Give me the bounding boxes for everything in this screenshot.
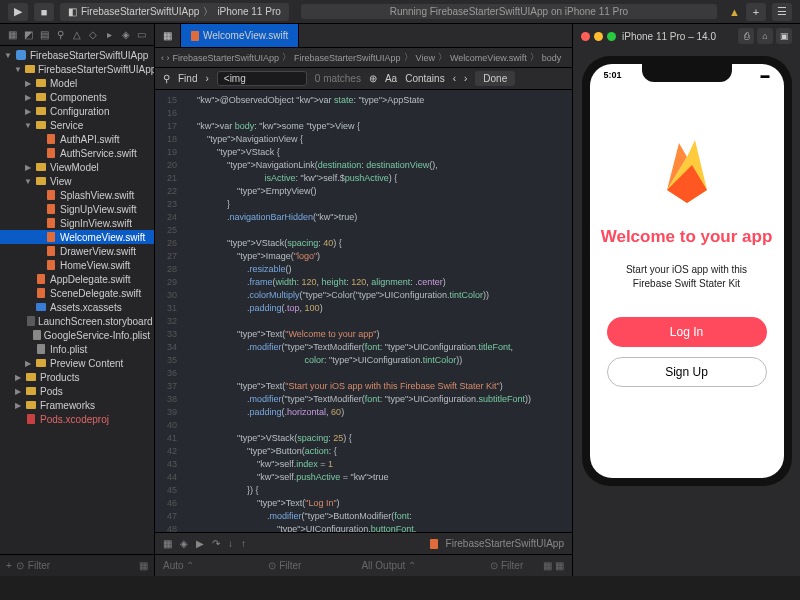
tree-item[interactable]: HomeView.swift <box>0 258 154 272</box>
tree-item[interactable]: ▶ViewModel <box>0 160 154 174</box>
editor-tabs: ▦ WelcomeView.swift <box>155 24 572 48</box>
test-nav-icon[interactable]: ◇ <box>86 28 100 42</box>
code-content[interactable]: "kw">@ObservedObject "kw">var state: "ty… <box>183 90 572 532</box>
welcome-title: Welcome to your app <box>601 227 773 247</box>
find-nav-icon[interactable]: ⚲ <box>54 28 68 42</box>
tree-item[interactable]: ▶Model <box>0 76 154 90</box>
filter-scm-icon[interactable]: ▦ <box>139 560 148 571</box>
tree-item[interactable]: ▶Preview Content <box>0 356 154 370</box>
swift-icon <box>191 31 199 41</box>
firebase-logo <box>657 135 717 205</box>
filter-recent-icon[interactable]: ⊙ <box>16 560 24 571</box>
prev-match-icon[interactable]: ‹ <box>453 73 456 84</box>
tree-item[interactable]: SignInView.swift <box>0 216 154 230</box>
stop-button[interactable]: ■ <box>34 3 54 21</box>
tree-item[interactable]: SignUpView.swift <box>0 202 154 216</box>
tree-item[interactable]: Pods.xcodeproj <box>0 412 154 426</box>
editor-options-button[interactable]: ☰ <box>772 3 792 21</box>
tree-item[interactable]: DrawerView.swift <box>0 244 154 258</box>
warning-icon[interactable]: ▲ <box>729 6 740 18</box>
breakpoint-nav-icon[interactable]: ◈ <box>119 28 133 42</box>
tab-welcomeview[interactable]: WelcomeView.swift <box>181 24 299 47</box>
tree-item[interactable]: SplashView.swift <box>0 188 154 202</box>
jump-bar[interactable]: ‹ › FirebaseStarterSwiftUIApp 〉 Firebase… <box>155 48 572 68</box>
simulator-header: iPhone 11 Pro – 14.0 ⎙ ⌂ ▣ <box>573 24 800 48</box>
tree-item[interactable]: WelcomeView.swift <box>0 230 154 244</box>
login-button[interactable]: Log In <box>607 317 767 347</box>
editor-area: ▦ WelcomeView.swift ‹ › FirebaseStarterS… <box>155 24 572 576</box>
find-input[interactable] <box>217 71 307 86</box>
rotate-icon[interactable]: ▣ <box>776 28 792 44</box>
run-button[interactable]: ▶ <box>8 3 28 21</box>
find-done-button[interactable]: Done <box>475 71 515 86</box>
canvas-panel: iPhone 11 Pro – 14.0 ⎙ ⌂ ▣ 5:01 ▬ Welcom… <box>572 24 800 576</box>
device-frame: 5:01 ▬ Welcome to your app Start your iO… <box>582 56 792 486</box>
tree-item[interactable]: AuthService.swift <box>0 146 154 160</box>
find-options-icon[interactable]: ⊕ <box>369 73 377 84</box>
find-bar: ⚲ Find › 0 matches ⊕ Aa Contains ‹ › Don… <box>155 68 572 90</box>
tree-item[interactable]: ▶Pods <box>0 384 154 398</box>
close-dot[interactable] <box>581 32 590 41</box>
bottom-bar: Auto ⌃ ⊙ Filter All Output ⌃ ⊙ Filter ▦ … <box>155 554 572 576</box>
issue-nav-icon[interactable]: △ <box>70 28 84 42</box>
debug-bar: ▦ ◈ ▶ ↷ ↓ ↑ FirebaseStarterSwiftUIApp <box>155 532 572 554</box>
screenshot-icon[interactable]: ⎙ <box>738 28 754 44</box>
scheme-selector[interactable]: ◧ FirebaseStarterSwiftUIApp 〉 iPhone 11 … <box>60 3 289 21</box>
tree-item[interactable]: ▼View <box>0 174 154 188</box>
tree-item[interactable]: GoogleService-Info.plist <box>0 328 154 342</box>
tab-nav-button[interactable]: ▦ <box>155 24 181 47</box>
find-mode-icon[interactable]: ⚲ <box>163 73 170 84</box>
report-nav-icon[interactable]: ▭ <box>135 28 149 42</box>
debug-nav-icon[interactable]: ▸ <box>102 28 116 42</box>
battery-icon: ▬ <box>761 70 770 80</box>
tree-item[interactable]: ▼FirebaseStarterSwiftUIApp <box>0 62 154 76</box>
continue-icon[interactable]: ▶ <box>196 538 204 549</box>
home-icon[interactable]: ⌂ <box>757 28 773 44</box>
tree-item[interactable]: ▶Configuration <box>0 104 154 118</box>
xcode-toolbar: ▶ ■ ◧ FirebaseStarterSwiftUIApp 〉 iPhone… <box>0 0 800 24</box>
tree-item[interactable]: LaunchScreen.storyboard <box>0 314 154 328</box>
project-tree[interactable]: ▼FirebaseStarterSwiftUIApp▼FirebaseStart… <box>0 46 154 554</box>
tree-item[interactable]: AppDelegate.swift <box>0 272 154 286</box>
app-icon: ◧ <box>68 6 77 17</box>
device-screen[interactable]: 5:01 ▬ Welcome to your app Start your iO… <box>590 64 784 478</box>
breakpoints-icon[interactable]: ◈ <box>180 538 188 549</box>
library-button[interactable]: + <box>746 3 766 21</box>
tree-item[interactable]: ▶Components <box>0 90 154 104</box>
navigator-sidebar: ▦ ◩ ▤ ⚲ △ ◇ ▸ ◈ ▭ ▼FirebaseStarterSwiftU… <box>0 24 155 576</box>
source-editor[interactable]: 15 16 17 18 19 20 21 22 23 24 25 26 27 2… <box>155 90 572 532</box>
navigator-filter[interactable]: + ⊙ Filter ▦ <box>0 554 154 576</box>
max-dot[interactable] <box>607 32 616 41</box>
min-dot[interactable] <box>594 32 603 41</box>
notch <box>642 64 732 82</box>
next-match-icon[interactable]: › <box>464 73 467 84</box>
console-toggle-icon[interactable]: ▦ ▦ <box>543 560 564 571</box>
activity-status: Running FirebaseStarterSwiftUIApp on iPh… <box>301 4 717 19</box>
filter-icon: + <box>6 560 12 571</box>
project-nav-icon[interactable]: ▦ <box>5 28 19 42</box>
source-nav-icon[interactable]: ◩ <box>21 28 35 42</box>
tree-item[interactable]: Assets.xcassets <box>0 300 154 314</box>
tree-item[interactable]: ▶Products <box>0 370 154 384</box>
navigator-selector[interactable]: ▦ ◩ ▤ ⚲ △ ◇ ▸ ◈ ▭ <box>0 24 154 46</box>
welcome-subtitle: Start your iOS app with thisFirebase Swi… <box>626 263 747 291</box>
debug-toggle-icon[interactable]: ▦ <box>163 538 172 549</box>
step-over-icon[interactable]: ↷ <box>212 538 220 549</box>
signup-button[interactable]: Sign Up <box>607 357 767 387</box>
step-in-icon[interactable]: ↓ <box>228 538 233 549</box>
tree-item[interactable]: ▼Service <box>0 118 154 132</box>
step-out-icon[interactable]: ↑ <box>241 538 246 549</box>
swift-icon <box>430 539 438 549</box>
tree-item[interactable]: AuthAPI.swift <box>0 132 154 146</box>
tree-item[interactable]: Info.plist <box>0 342 154 356</box>
tree-item[interactable]: SceneDelegate.swift <box>0 286 154 300</box>
tree-root[interactable]: ▼FirebaseStarterSwiftUIApp <box>0 48 154 62</box>
tree-item[interactable]: ▶Frameworks <box>0 398 154 412</box>
symbol-nav-icon[interactable]: ▤ <box>38 28 52 42</box>
line-gutter: 15 16 17 18 19 20 21 22 23 24 25 26 27 2… <box>155 90 183 532</box>
